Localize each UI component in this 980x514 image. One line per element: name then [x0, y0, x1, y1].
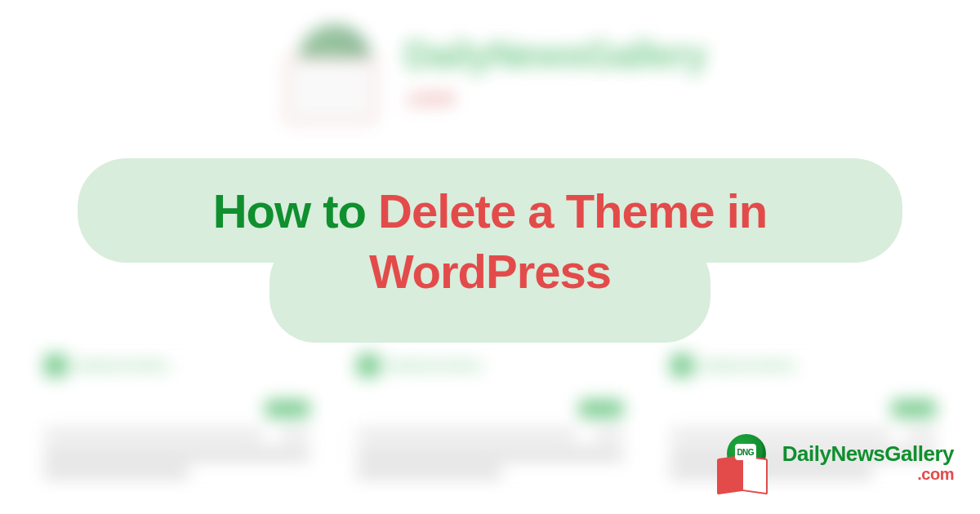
- corner-logo-text: DailyNewsGallery .com: [782, 443, 954, 482]
- background-logo-text: DailyNewsGallery .com: [404, 36, 706, 111]
- brand-name: DailyNewsGallery: [782, 443, 954, 464]
- brand-name: DailyNewsGallery: [404, 33, 706, 76]
- corner-logo-icon: DNG: [714, 432, 774, 493]
- background-card: DailyNewsGallery: [345, 343, 634, 490]
- brand-domain: .com: [782, 466, 954, 482]
- article-title: How to Delete a Theme in WordPress: [98, 181, 882, 302]
- background-logo: DailyNewsGallery .com: [274, 16, 706, 131]
- corner-logo: DNG DailyNewsGallery .com: [714, 432, 954, 493]
- title-part-green: How to: [213, 184, 378, 237]
- background-logo-icon: [274, 16, 388, 131]
- background-card: DailyNewsGallery: [33, 343, 321, 490]
- title-part-red: Delete a Theme in WordPress: [369, 184, 767, 298]
- brand-badge: DNG: [735, 444, 756, 460]
- brand-domain: .com: [404, 86, 454, 109]
